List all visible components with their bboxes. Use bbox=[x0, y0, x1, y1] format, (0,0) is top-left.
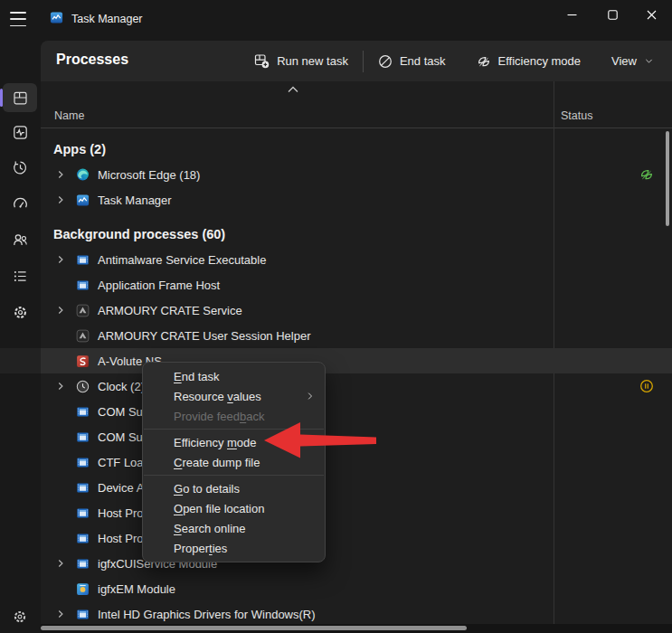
expand-chevron-icon[interactable] bbox=[54, 557, 76, 570]
process-row[interactable]: ARMOURY CRATE Service bbox=[41, 298, 672, 323]
sidebar-item-details[interactable] bbox=[3, 261, 37, 290]
column-header-status[interactable]: Status bbox=[561, 109, 592, 122]
end-task-button[interactable]: End task bbox=[369, 49, 455, 74]
clock-icon bbox=[76, 380, 90, 393]
processes-icon bbox=[12, 90, 29, 107]
process-row[interactable]: Clock (2) bbox=[41, 373, 672, 399]
process-row[interactable]: Antimalware Service Executable bbox=[41, 247, 672, 272]
efficiency-leaf-icon bbox=[554, 167, 654, 182]
expand-chevron-icon[interactable] bbox=[54, 168, 76, 181]
menu-item-open-file-location[interactable]: Open file location bbox=[143, 498, 325, 518]
selected-row-sidebar-extension bbox=[0, 348, 41, 373]
process-name: Task Manager bbox=[98, 194, 172, 207]
menu-separator bbox=[144, 475, 324, 476]
menu-item-create-dump-file[interactable]: Create dump file bbox=[143, 452, 325, 472]
sidebar-item-users[interactable] bbox=[3, 225, 37, 254]
toolbar: Processes Run new task End task Efficien… bbox=[41, 41, 672, 81]
column-header-name[interactable]: Name bbox=[54, 109, 84, 122]
menu-item-label: Efficiency mode bbox=[174, 436, 257, 449]
process-row[interactable]: Task Manager bbox=[41, 187, 672, 213]
expand-chevron-icon[interactable] bbox=[54, 304, 76, 316]
process-name: ARMOURY CRATE User Session Helper bbox=[98, 329, 311, 343]
process-name: Microsoft Edge (18) bbox=[98, 168, 200, 182]
exe-icon bbox=[76, 456, 90, 469]
menu-item-efficiency-mode[interactable]: Efficiency mode bbox=[143, 432, 325, 452]
process-name: Intel HD Graphics Drivers for Windows(R) bbox=[98, 608, 316, 621]
run-new-task-icon bbox=[254, 53, 270, 69]
menu-item-resource-values[interactable]: Resource values bbox=[143, 386, 325, 406]
sidebar bbox=[0, 41, 41, 633]
menu-item-go-to-details[interactable]: Go to details bbox=[143, 478, 325, 498]
navigation-menu-button[interactable] bbox=[8, 11, 28, 27]
sidebar-item-settings[interactable] bbox=[3, 602, 37, 631]
task-manager-app-icon bbox=[50, 11, 63, 24]
menu-item-label: Resource values bbox=[174, 390, 261, 403]
run-new-task-button[interactable]: Run new task bbox=[245, 48, 357, 74]
exe-icon bbox=[76, 506, 90, 520]
process-row[interactable]: Host Proc bbox=[41, 525, 672, 551]
expand-chevron-icon[interactable] bbox=[54, 253, 76, 266]
exe-icon bbox=[76, 430, 90, 444]
process-row[interactable]: CTF Load bbox=[41, 449, 672, 475]
users-icon bbox=[12, 231, 29, 249]
expand-chevron-icon[interactable] bbox=[54, 194, 76, 206]
sidebar-item-startup-apps[interactable] bbox=[3, 189, 37, 218]
window-title: Task Manager bbox=[71, 13, 143, 25]
startup-apps-icon bbox=[12, 195, 29, 213]
menu-item-search-online[interactable]: Search online bbox=[143, 518, 325, 538]
menu-item-end-task[interactable]: End task bbox=[143, 366, 325, 386]
section-label: Background processes (60) bbox=[53, 227, 225, 241]
exe-icon bbox=[76, 253, 90, 267]
performance-icon bbox=[12, 124, 29, 141]
menu-item-provide-feedback: Provide feedback bbox=[143, 406, 325, 426]
close-button[interactable] bbox=[631, 0, 672, 30]
view-dropdown-button[interactable]: View bbox=[602, 49, 663, 73]
taskmgr-icon bbox=[76, 194, 90, 207]
process-row[interactable]: Host Proc bbox=[41, 500, 672, 525]
context-menu: End taskResource valuesProvide feedbackE… bbox=[142, 362, 326, 562]
section-header[interactable]: Apps (2) bbox=[41, 137, 672, 162]
armoury-icon bbox=[76, 304, 90, 317]
process-name: igfxEM Module bbox=[98, 582, 175, 596]
edge-icon bbox=[76, 168, 90, 182]
menu-item-properties[interactable]: Properties bbox=[143, 538, 325, 558]
section-header[interactable]: Background processes (60) bbox=[41, 222, 672, 247]
horizontal-scrollbar-thumb[interactable] bbox=[41, 626, 467, 630]
process-name: Application Frame Host bbox=[98, 279, 220, 292]
sidebar-item-app-history[interactable] bbox=[3, 153, 37, 182]
menu-item-label: Go to details bbox=[174, 482, 240, 496]
process-row[interactable]: Intel HD Graphics Drivers for Windows(R) bbox=[41, 601, 672, 627]
process-name: ARMOURY CRATE Service bbox=[98, 304, 242, 317]
menu-item-label: Properties bbox=[174, 542, 227, 555]
menu-item-label: Create dump file bbox=[174, 456, 260, 469]
menu-separator bbox=[144, 429, 324, 430]
process-row[interactable]: COM Surr bbox=[41, 399, 672, 424]
status-cell bbox=[554, 373, 672, 399]
process-row[interactable]: igfxCUIService Module bbox=[41, 551, 672, 576]
process-row[interactable]: Microsoft Edge (18) bbox=[41, 162, 672, 187]
expand-chevron-icon[interactable] bbox=[54, 608, 76, 620]
minimize-button[interactable] bbox=[552, 0, 592, 30]
process-row[interactable]: A-Volute NS bbox=[41, 348, 672, 373]
maximize-button[interactable] bbox=[592, 0, 633, 30]
process-row[interactable]: ARMOURY CRATE User Session Helper bbox=[41, 323, 672, 348]
app-history-icon bbox=[12, 159, 29, 176]
sidebar-item-services[interactable] bbox=[3, 298, 37, 326]
sort-ascending-chevron-icon bbox=[287, 86, 299, 93]
efficiency-mode-label: Efficiency mode bbox=[498, 54, 582, 68]
process-row[interactable]: Device As bbox=[41, 475, 672, 500]
sidebar-item-processes[interactable] bbox=[3, 83, 37, 112]
horizontal-scrollbar[interactable] bbox=[41, 624, 672, 633]
chevron-down-icon bbox=[644, 56, 654, 66]
sidebar-item-performance[interactable] bbox=[3, 118, 37, 146]
process-row[interactable]: igfxEM Module bbox=[41, 576, 672, 601]
armoury-icon bbox=[76, 329, 90, 343]
avolute-icon bbox=[76, 354, 90, 368]
header-divider bbox=[41, 128, 672, 128]
process-row[interactable]: COM Surr bbox=[41, 424, 672, 449]
process-name: Clock (2) bbox=[98, 380, 145, 393]
expand-chevron-icon[interactable] bbox=[54, 380, 76, 392]
efficiency-mode-button[interactable]: Efficiency mode bbox=[468, 49, 591, 74]
process-row[interactable]: Application Frame Host bbox=[41, 272, 672, 298]
vertical-scrollbar-thumb[interactable] bbox=[666, 131, 669, 226]
